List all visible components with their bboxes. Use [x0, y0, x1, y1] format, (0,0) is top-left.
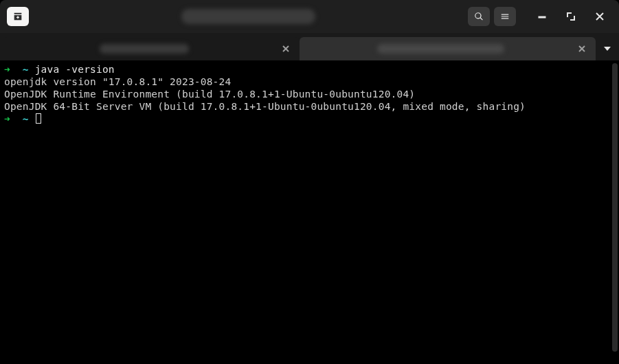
- maximize-icon: [567, 12, 575, 21]
- tab-1-close-button[interactable]: [279, 42, 293, 56]
- output-line: OpenJDK Runtime Environment (build 17.0.…: [4, 89, 415, 100]
- hamburger-icon: [500, 12, 510, 21]
- command-text: java -version: [35, 64, 115, 75]
- minimize-button[interactable]: [530, 7, 554, 26]
- close-icon: [578, 45, 585, 52]
- close-icon: [282, 45, 289, 52]
- maximize-button[interactable]: [559, 7, 583, 26]
- output-line: openjdk version "17.0.8.1" 2023-08-24: [4, 76, 231, 87]
- hamburger-menu-button[interactable]: [494, 7, 516, 26]
- tab-bar: [0, 33, 619, 60]
- text-cursor: [36, 113, 41, 124]
- new-tab-icon: [12, 11, 23, 22]
- window-title-blurred: [181, 9, 315, 24]
- terminal-window: ➜ ~ java -version openjdk version "17.0.…: [0, 0, 619, 364]
- tab-2[interactable]: [300, 37, 596, 60]
- tab-1-title-blurred: [100, 44, 189, 54]
- titlebar: [0, 0, 619, 33]
- terminal-area[interactable]: ➜ ~ java -version openjdk version "17.0.…: [0, 60, 619, 364]
- terminal-output: ➜ ~ java -version openjdk version "17.0.…: [0, 60, 619, 128]
- prompt-path: ~: [23, 64, 29, 75]
- output-line: OpenJDK 64-Bit Server VM (build 17.0.8.1…: [4, 101, 526, 112]
- tab-1[interactable]: [3, 37, 300, 60]
- chevron-down-icon: [604, 45, 611, 52]
- close-window-button[interactable]: [587, 7, 612, 26]
- tabs-dropdown-button[interactable]: [596, 37, 619, 60]
- prompt-arrow: ➜: [4, 64, 10, 75]
- titlebar-right-controls: [468, 7, 612, 26]
- minimize-icon: [538, 12, 546, 21]
- tab-2-title-blurred: [377, 44, 504, 54]
- scrollbar[interactable]: [612, 63, 618, 352]
- tab-2-close-button[interactable]: [575, 42, 589, 56]
- prompt-path: ~: [23, 113, 29, 124]
- search-button[interactable]: [468, 7, 490, 26]
- window-title-area: [29, 9, 468, 24]
- close-icon: [596, 12, 604, 21]
- svg-rect-0: [539, 16, 545, 18]
- new-tab-button[interactable]: [7, 7, 29, 26]
- prompt-arrow: ➜: [4, 113, 10, 124]
- search-icon: [474, 12, 484, 21]
